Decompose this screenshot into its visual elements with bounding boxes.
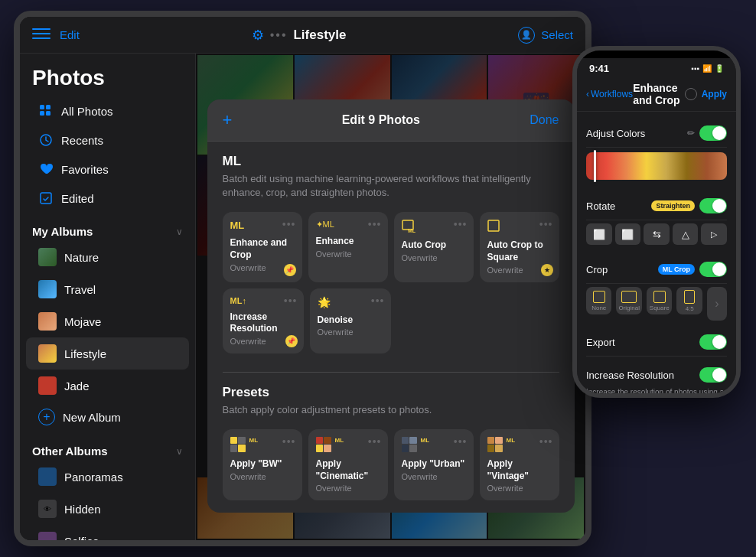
iphone-back-button[interactable]: ‹ Workflows [586,89,633,99]
workflow-card-title: Denoise [318,314,383,327]
sidebar-toggle-button[interactable] [32,28,51,42]
iphone-content: Adjust Colors ✏ Rotate Straighten [577,112,736,398]
other-albums-section[interactable]: Other Albums ∨ [20,438,195,461]
workflow-card-enhance-crop[interactable]: ••• ML Enhance and Crop Overwrite 📌 [223,212,302,282]
modal-done-button[interactable]: Done [530,113,559,127]
workflow-card-enhance[interactable]: ••• ✦ML Enhance Overwrite [308,212,388,282]
pencil-square-icon [38,191,54,206]
rotate-right-button[interactable]: ⬜ [615,223,641,245]
presets-section: Presets Batch apply color adjustment pre… [207,373,575,513]
iphone: 9:41 ▪▪▪ 📶 🔋 ‹ Workflows Enhance and Cro… [572,46,741,398]
more-dots-icon[interactable]: ••• [282,218,296,230]
sidebar-item-travel[interactable]: Travel [26,273,189,305]
preset-card-vintage[interactable]: ••• ML [480,429,559,500]
svg-rect-3 [46,111,51,116]
sidebar-item-favorites[interactable]: Favorites [26,155,189,184]
iphone-status-icons: ▪▪▪ 📶 🔋 [691,64,724,73]
more-dots-icon[interactable]: ••• [368,435,382,448]
svg-rect-8 [488,220,499,231]
crop-square-button[interactable]: Square [647,287,672,314]
sidebar-item-all-photos[interactable]: All Photos [26,96,189,125]
mojave-label: Mojave [64,315,101,328]
workflow-card-sub: Overwrite [402,253,466,262]
perspective-h-button[interactable]: ▷ [701,223,727,245]
ml-section: ML Batch edit using machine learning-pow… [207,142,575,372]
gear-icon[interactable]: ⚙ [252,27,264,44]
workflow-card-title: Increase Resolution [230,311,296,335]
crop-original-button[interactable]: Original [616,287,641,314]
travel-label: Travel [64,283,96,296]
export-section: Export [577,328,736,361]
iphone-top-sensor [577,50,736,58]
select-button[interactable]: Select [541,28,573,41]
hidden-label: Hidden [64,503,101,516]
crop-none-button[interactable]: None [586,287,611,314]
more-dots-icon[interactable]: ••• [368,218,382,230]
sidebar-item-hidden[interactable]: 👁 Hidden [26,493,189,525]
more-dots-icon[interactable]: ••• [539,435,553,448]
person-icon: 👤 [518,27,535,44]
svg-rect-1 [46,105,51,109]
tablet: Edit ⚙ ••• Lifestyle 👤 Select Photos [14,11,591,546]
sidebar-item-selfies[interactable]: Selfies [26,525,189,540]
my-albums-title: My Albums [32,225,93,238]
all-photos-label: All Photos [61,105,113,118]
rotate-toggle[interactable] [699,198,727,213]
modal-header: + Edit 9 Photos Done [207,99,575,142]
svg-text:ML: ML [408,228,416,233]
sidebar-item-panoramas[interactable]: Panoramas [26,461,189,493]
increase-resolution-toggle[interactable] [699,367,727,383]
increase-res-section: Increase Resolution Increase the resolut… [577,361,736,398]
more-dots-icon[interactable]: ••• [284,295,298,307]
rotate-left-button[interactable]: ⬜ [586,223,612,245]
heart-icon [38,161,54,177]
my-albums-section[interactable]: My Albums ∨ [20,219,195,241]
more-dots-icon[interactable]: ••• [282,435,296,448]
sidebar-item-edited[interactable]: Edited [26,184,189,213]
battery-icon: 🔋 [715,64,724,73]
sidebar-item-nature[interactable]: Nature [26,241,189,273]
modal-add-button[interactable]: + [223,110,233,130]
flip-button[interactable]: ⇆ [644,223,670,245]
sidebar-item-lifestyle[interactable]: Lifestyle [26,337,189,370]
preset-card-cinematic[interactable]: ••• ML [308,429,388,500]
sidebar-item-recents[interactable]: Recents [26,125,189,155]
signal-icon: ▪▪▪ [691,64,699,73]
workflow-card-denoise[interactable]: ••• 🌟 Denoise Overwrite [310,288,391,353]
edit-button[interactable]: Edit [60,28,80,41]
more-dots-icon[interactable]: ••• [539,218,553,230]
workflow-card-increase-resolution[interactable]: ••• ML↑ Increase Resolution Overwrite 📌 [223,288,304,353]
more-dots-icon[interactable]: ••• [454,435,468,448]
star-badge: ★ [541,264,553,276]
preset-card-bw[interactable]: ••• ML [223,429,302,500]
page-title: Lifestyle [293,28,346,43]
more-dots-icon[interactable]: ••• [454,218,468,230]
info-icon[interactable] [685,88,697,100]
favorites-label: Favorites [61,163,109,176]
workflow-card-auto-crop-square[interactable]: ••• Auto Crop to Square Overwrite ★ [480,212,559,282]
crop-more-button[interactable]: › [707,287,727,321]
more-dots-icon[interactable]: ••• [371,295,385,307]
sidebar-item-jade[interactable]: Jade [26,370,189,402]
nature-thumbnail [38,248,57,266]
workflow-grid: ••• ML Enhance and Crop Overwrite 📌 [223,212,559,282]
apply-button[interactable]: Apply [702,89,727,99]
sidebar-item-mojave[interactable]: Mojave [26,305,189,337]
panoramas-label: Panoramas [64,471,123,484]
export-toggle[interactable] [699,334,727,350]
pin-badge: 📌 [284,264,296,276]
edit-pencil-icon[interactable]: ✏ [687,128,695,138]
sidebar-item-new-album[interactable]: + New Album [26,402,189,432]
crop-45-label: 4:5 [686,305,694,312]
crop-toggle[interactable] [699,262,727,277]
color-cursor [594,150,596,182]
crop-45-button[interactable]: 4:5 [676,287,702,314]
perspective-v-button[interactable]: △ [673,223,699,245]
color-adjustment-strip[interactable] [586,152,727,180]
preset-bw-title: Apply "BW" [230,458,295,471]
adjust-colors-toggle[interactable] [699,125,727,141]
workflow-card-auto-crop[interactable]: ••• ML Auto Crop Overwrite [394,212,474,282]
preset-card-urban[interactable]: ••• ML [394,429,474,500]
rotate-label: Rotate [586,200,615,212]
more-icon[interactable]: ••• [270,28,288,42]
